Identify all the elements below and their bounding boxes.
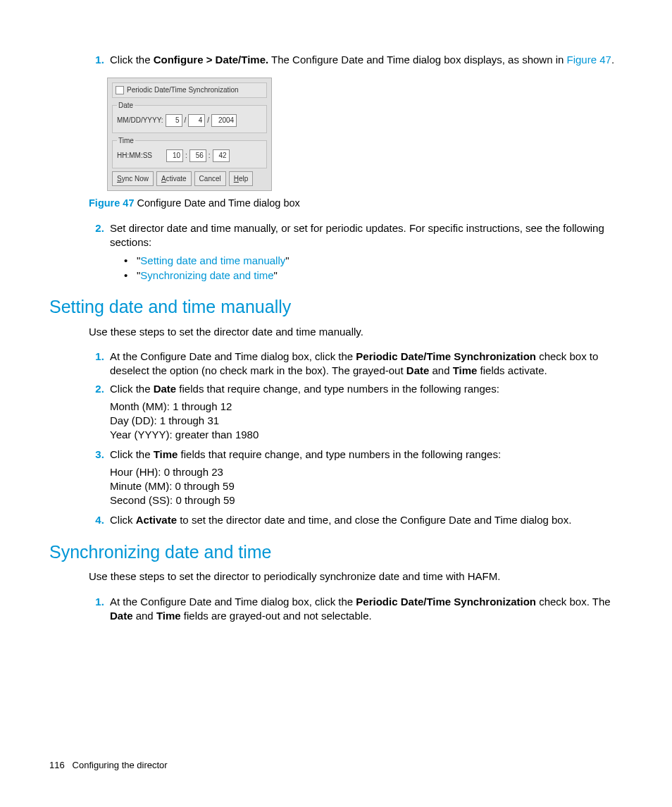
link-setting-manually[interactable]: Setting date and time manually: [140, 254, 285, 266]
sync-now-button[interactable]: Sync Now: [112, 171, 154, 187]
range-hour: Hour (HH): 0 through 23: [110, 465, 623, 479]
periodic-sync-label: Periodic Date/Time Synchronization: [127, 85, 239, 95]
date-prefix: MM/DD/YYYY:: [117, 116, 163, 125]
intro-manual: Use these steps to set the director date…: [89, 325, 623, 339]
sep: :: [209, 151, 211, 161]
time-fieldset: Time HH:MM:SS 10 : 56 : 42: [112, 136, 267, 168]
sync-step-1: At the Configure Date and Time dialog bo…: [107, 595, 623, 624]
heading-synchronizing: Synchronizing date and time: [49, 541, 623, 565]
date-fieldset: Date MM/DD/YYYY: 5 / 4 / 2004: [112, 101, 267, 133]
range-year: Year (YYYY): greater than 1980: [110, 428, 623, 442]
cancel-button[interactable]: Cancel: [194, 171, 226, 187]
day-input[interactable]: 4: [188, 114, 205, 127]
intro-sync: Use these steps to set the director to p…: [89, 569, 623, 584]
figure-ref-link[interactable]: Figure 47: [567, 54, 611, 66]
activate-button[interactable]: Activate: [156, 171, 192, 187]
text: Click the: [110, 54, 154, 66]
range-day: Day (DD): 1 through 31: [110, 414, 623, 428]
periodic-sync-checkbox[interactable]: [116, 86, 124, 94]
time-legend: Time: [117, 136, 135, 146]
sep: /: [185, 116, 187, 125]
month-input[interactable]: 5: [166, 114, 182, 127]
sep: :: [185, 151, 187, 161]
periodic-sync-row[interactable]: Periodic Date/Time Synchronization: [112, 82, 267, 98]
manual-step-4: Click Activate to set the director date …: [107, 513, 623, 527]
manual-step-2: Click the Date fields that require chang…: [107, 382, 623, 442]
menu-path: Configure > Date/Time.: [154, 54, 269, 66]
manual-step-1: At the Configure Date and Time dialog bo…: [107, 350, 623, 378]
step-1: Click the Configure > Date/Time. The Con…: [107, 53, 623, 67]
second-input[interactable]: 42: [213, 149, 230, 162]
year-input[interactable]: 2004: [211, 114, 237, 127]
time-prefix: HH:MM:SS: [117, 151, 152, 161]
range-minute: Minute (MM): 0 through 59: [110, 479, 623, 493]
text: The Configure Date and Time dialog box d…: [268, 54, 566, 66]
manual-step-3: Click the Time fields that require chang…: [107, 448, 623, 507]
help-button[interactable]: Help: [229, 171, 254, 187]
figure-text: Configure Date and Time dialog box: [134, 197, 299, 209]
step-2: Set director date and time manually, or …: [107, 221, 623, 283]
hour-input[interactable]: 10: [166, 149, 183, 162]
heading-setting-manually: Setting date and time manually: [49, 295, 623, 319]
text: .: [611, 54, 614, 66]
bullet-manual: "Setting date and time manually": [124, 254, 623, 268]
sep: /: [207, 116, 209, 125]
bullet-sync: "Synchronizing date and time": [124, 269, 623, 283]
date-time-dialog: Periodic Date/Time Synchronization Date …: [107, 78, 272, 191]
link-synchronizing[interactable]: Synchronizing date and time: [140, 269, 273, 281]
range-second: Second (SS): 0 through 59: [110, 493, 623, 507]
figure-caption: Figure 47 Configure Date and Time dialog…: [89, 197, 623, 211]
date-legend: Date: [117, 101, 135, 111]
range-month: Month (MM): 1 through 12: [110, 400, 623, 414]
minute-input[interactable]: 56: [189, 149, 206, 162]
figure-label: Figure 47: [89, 197, 134, 209]
text: Set director date and time manually, or …: [110, 222, 604, 248]
